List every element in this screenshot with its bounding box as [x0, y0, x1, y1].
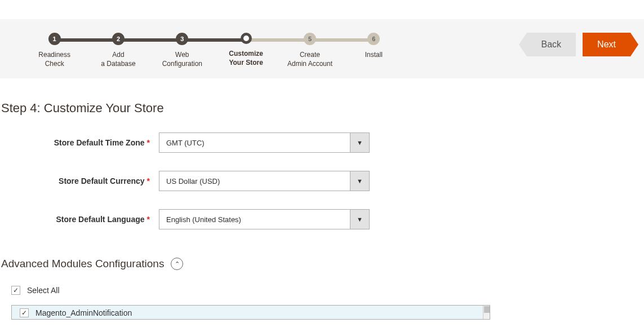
currency-dropdown-button[interactable]: ▼ — [350, 171, 369, 191]
language-value: English (United States) — [159, 210, 350, 229]
required-marker: * — [147, 138, 150, 147]
scrollbar-thumb[interactable] — [484, 306, 490, 313]
step-number-3: 3 — [176, 33, 188, 45]
step-label-3: Web Configuration — [150, 51, 214, 68]
advanced-modules-heading: Advanced Modules Configurations ⌃ — [1, 258, 643, 270]
module-label: Magento_AdminNotification — [35, 308, 132, 317]
step-current-icon — [241, 33, 252, 44]
advanced-collapse-button[interactable]: ⌃ — [171, 258, 183, 270]
step-number-1: 1 — [48, 33, 61, 45]
step-web-configuration: 3 Web Configuration — [150, 33, 214, 68]
language-select[interactable]: English (United States) ▼ — [159, 209, 370, 229]
step-create-admin: 5 Create Admin Account — [278, 33, 341, 68]
step-number-6: 6 — [367, 33, 380, 45]
currency-label: Store Default Currency* — [1, 176, 159, 185]
step-customize-store: Customize Your Store — [214, 33, 278, 67]
module-list-scrollbar[interactable] — [483, 306, 490, 319]
stepper: 1 Readiness Check 2 Add a Database 3 Web… — [23, 33, 406, 68]
step-number-2: 2 — [112, 33, 125, 45]
timezone-label: Store Default Time Zone* — [1, 138, 159, 147]
select-all-checkbox[interactable]: ✓ — [11, 286, 20, 295]
language-dropdown-button[interactable]: ▼ — [350, 210, 369, 229]
step-label-5: Create Admin Account — [278, 51, 341, 68]
module-row[interactable]: ✓ Magento_AdminNotification — [12, 306, 490, 320]
step-label-4: Customize Your Store — [214, 50, 278, 67]
language-label: Store Default Language* — [1, 215, 159, 224]
step-readiness-check: 1 Readiness Check — [23, 33, 86, 68]
back-button[interactable]: Back — [527, 33, 576, 56]
required-marker: * — [147, 215, 150, 224]
page-title: Step 4: Customize Your Store — [1, 101, 643, 116]
stepper-bar: Back Next 1 Readiness Check 2 Add a Data… — [0, 19, 644, 78]
check-icon: ✓ — [21, 309, 27, 317]
step-add-database: 2 Add a Database — [86, 33, 150, 68]
timezone-value: GMT (UTC) — [159, 133, 350, 152]
check-icon: ✓ — [13, 286, 19, 294]
caret-down-icon: ▼ — [357, 178, 363, 184]
step-install: 6 Install — [342, 33, 406, 60]
next-button[interactable]: Next — [583, 33, 630, 56]
currency-select[interactable]: US Dollar (USD) ▼ — [159, 171, 370, 191]
step-label-1: Readiness Check — [23, 51, 86, 68]
currency-value: US Dollar (USD) — [159, 171, 350, 191]
step-number-5: 5 — [304, 33, 316, 45]
step-label-2: Add a Database — [86, 51, 150, 68]
timezone-dropdown-button[interactable]: ▼ — [350, 133, 369, 152]
timezone-select[interactable]: GMT (UTC) ▼ — [159, 132, 370, 153]
caret-down-icon: ▼ — [357, 139, 363, 146]
module-list[interactable]: ✓ Magento_AdminNotification — [11, 305, 490, 320]
module-checkbox[interactable]: ✓ — [20, 308, 29, 317]
required-marker: * — [147, 176, 150, 185]
caret-down-icon: ▼ — [357, 216, 363, 223]
chevron-up-icon: ⌃ — [175, 260, 180, 268]
select-all-label: Select All — [27, 286, 60, 295]
step-label-6: Install — [342, 51, 406, 60]
